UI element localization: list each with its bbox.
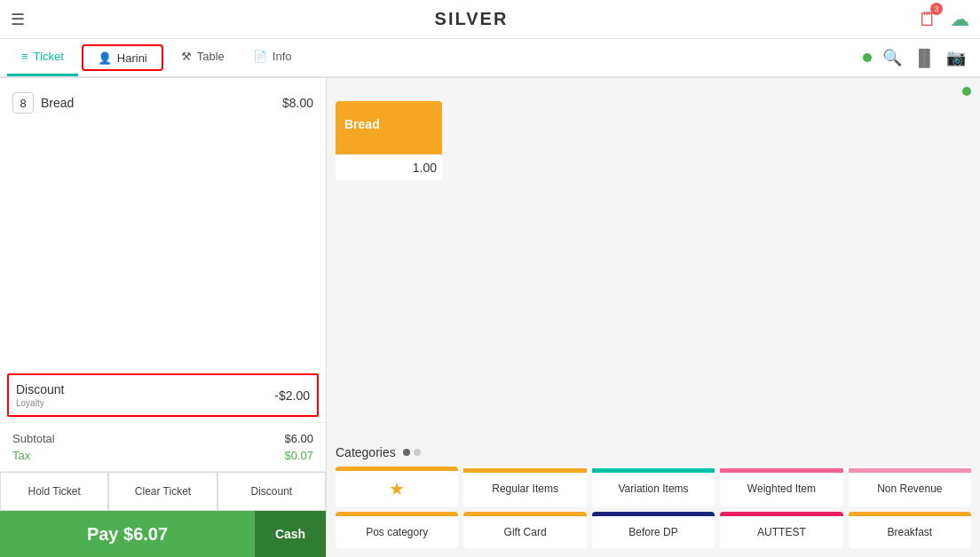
categories-section: Categories ★ Regular Items <box>336 445 971 548</box>
subtotal-value: $6.00 <box>284 432 313 445</box>
category-non-revenue[interactable]: Non Revenue <box>849 467 971 506</box>
hamburger-icon[interactable]: ☰ <box>11 10 25 29</box>
tab-ticket-label: Ticket <box>34 50 64 63</box>
star-icon: ★ <box>389 478 405 499</box>
status-dot <box>863 53 872 62</box>
cat-label-beforedp: Before DP <box>592 516 715 548</box>
item-qty: 8 <box>12 92 34 114</box>
cat-label-variation: Variation Items <box>592 473 715 505</box>
cat-label-regular: Regular Items <box>463 473 586 505</box>
product-card-bread[interactable]: Bread 1.00 <box>336 101 442 180</box>
info-icon: 📄 <box>253 50 267 63</box>
category-regular-items[interactable]: Regular Items <box>463 467 586 506</box>
pay-section: Pay $6.07 Cash <box>0 511 326 557</box>
cat-label-weighted: Weighted Item <box>720 473 842 505</box>
order-item-bread[interactable]: 8 Bread $8.00 <box>9 87 317 119</box>
product-grid: Bread 1.00 <box>336 101 971 438</box>
category-row-2: Pos category Gift Card Before DP AUTTEST <box>336 512 971 548</box>
ticket-icon: ≡ <box>21 50 28 63</box>
barcode-icon[interactable]: ▐▌ <box>913 49 936 67</box>
tax-value: $0.07 <box>284 449 313 462</box>
right-status-dot <box>962 87 971 96</box>
cash-button[interactable]: Cash <box>255 511 326 557</box>
discount-button[interactable]: Discount <box>217 472 326 511</box>
cat-label-gift: Gift Card <box>463 516 586 548</box>
order-items: 8 Bread $8.00 <box>0 78 326 368</box>
tab-harini[interactable]: 👤 Harini <box>82 44 163 71</box>
product-qty: 1.00 <box>336 154 442 180</box>
tab-table-label: Table <box>197 50 225 63</box>
tax-label: Tax <box>12 449 30 462</box>
notification-button[interactable]: 🗒 3 <box>918 8 937 31</box>
categories-header: Categories <box>336 445 971 459</box>
tab-table[interactable]: ⚒ Table <box>167 39 239 76</box>
category-before-dp[interactable]: Before DP <box>592 512 715 548</box>
cat-label-auttest: AUTTEST <box>720 516 842 548</box>
person-icon: 👤 <box>98 51 112 65</box>
cat-dot-1 <box>403 449 410 456</box>
cat-label-nonrev: Non Revenue <box>849 473 971 505</box>
tab-harini-label: Harini <box>117 51 147 65</box>
app-title: SILVER <box>435 9 509 29</box>
category-row-1: ★ Regular Items Variation Items Weighted… <box>336 467 971 506</box>
camera-icon[interactable]: 📷 <box>946 48 966 67</box>
table-icon: ⚒ <box>181 50 192 63</box>
item-name: Bread <box>41 96 275 110</box>
cloud-icon[interactable]: ☁ <box>950 8 969 31</box>
tab-bar: ≡ Ticket 👤 Harini ⚒ Table 📄 Info 🔍 ▐▌ 📷 <box>0 39 980 78</box>
cat-dot-2 <box>414 449 421 456</box>
cat-label-pos: Pos category <box>336 516 458 548</box>
product-card-header: Bread <box>336 101 442 154</box>
category-dots <box>403 449 421 456</box>
header: ☰ SILVER 🗒 3 ☁ <box>0 0 980 39</box>
categories-label: Categories <box>336 445 396 459</box>
subtotal-label: Subtotal <box>12 432 55 445</box>
category-breakfast[interactable]: Breakfast <box>849 512 971 548</box>
left-panel: 8 Bread $8.00 Discount Loyalty -$2.00 Su… <box>0 78 327 557</box>
discount-amount: -$2.00 <box>274 388 310 403</box>
category-gift-card[interactable]: Gift Card <box>463 512 586 548</box>
product-name: Bread <box>344 117 380 131</box>
cat-label-breakfast: Breakfast <box>849 516 971 548</box>
item-price: $8.00 <box>282 96 313 110</box>
right-panel: Bread 1.00 Categories ★ <box>327 78 980 557</box>
action-buttons: Hold Ticket Clear Ticket Discount <box>0 471 326 511</box>
category-weighted-item[interactable]: Weighted Item <box>720 467 842 506</box>
category-pos[interactable]: Pos category <box>336 512 458 548</box>
right-top-bar <box>336 87 971 96</box>
cat-label-favorites: ★ <box>336 471 458 506</box>
discount-sublabel: Loyalty <box>16 398 64 408</box>
category-variation-items[interactable]: Variation Items <box>592 467 715 506</box>
pay-button[interactable]: Pay $6.07 <box>0 511 255 557</box>
discount-label: Discount <box>16 382 64 396</box>
main-layout: 8 Bread $8.00 Discount Loyalty -$2.00 Su… <box>0 78 980 557</box>
category-rows: ★ Regular Items Variation Items Weighted… <box>336 467 971 548</box>
discount-section[interactable]: Discount Loyalty -$2.00 <box>7 373 319 417</box>
tab-info-label: Info <box>273 50 292 63</box>
clear-ticket-button[interactable]: Clear Ticket <box>108 472 217 511</box>
category-favorites[interactable]: ★ <box>336 467 458 506</box>
notification-badge: 3 <box>930 3 943 15</box>
category-auttest[interactable]: AUTTEST <box>720 512 842 548</box>
tab-info[interactable]: 📄 Info <box>239 39 306 76</box>
tab-ticket[interactable]: ≡ Ticket <box>7 39 78 76</box>
search-icon[interactable]: 🔍 <box>882 48 902 67</box>
order-summary: Subtotal $6.00 Tax $0.07 <box>0 422 326 471</box>
hold-ticket-button[interactable]: Hold Ticket <box>0 472 108 511</box>
